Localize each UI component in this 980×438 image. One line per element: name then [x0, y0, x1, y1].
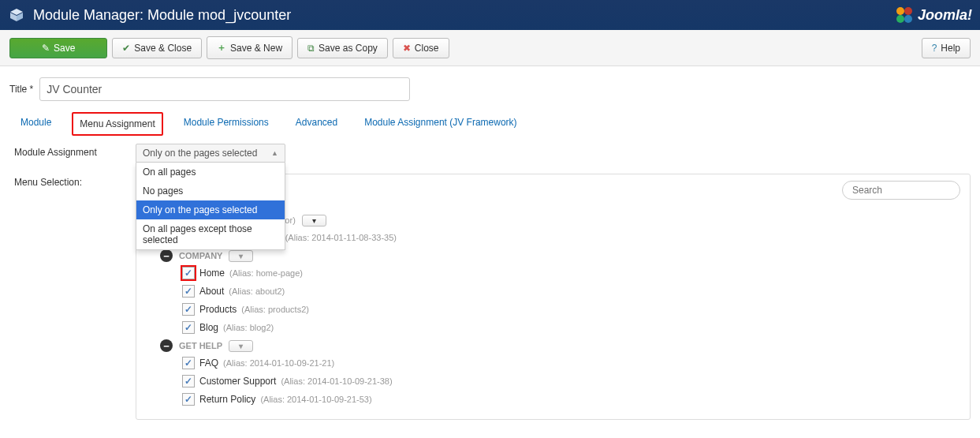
- group-dropdown-gethelp[interactable]: ▾: [229, 340, 253, 352]
- close-button[interactable]: ✖Close: [393, 38, 449, 58]
- tree-item: Module colors (Alias: 2014-01-11-08-33-3…: [204, 231, 962, 244]
- tree-group-company: − COMPANY ▾ Home (Alias: home-page): [160, 249, 962, 334]
- item-alias: (Alias: about2): [229, 286, 285, 296]
- check-icon: ✔: [122, 43, 130, 54]
- checkbox[interactable]: [182, 393, 195, 406]
- tree-group-color: − Color (Alias: color) ▾ Module colors: [181, 214, 962, 244]
- menu-selection-label: Menu Selection:: [9, 174, 136, 188]
- checkbox[interactable]: [182, 321, 195, 334]
- item-alias: (Alias: 2014-01-10-09-21-53): [260, 395, 371, 404]
- app-header: Module Manager: Module mod_jvcounter Joo…: [0, 0, 980, 30]
- item-label[interactable]: Customer Support: [199, 376, 276, 387]
- tabs: Module Menu Assignment Module Permission…: [9, 112, 971, 144]
- help-button[interactable]: ?Help: [922, 38, 971, 58]
- save-new-label: Save & New: [230, 43, 282, 54]
- group-dropdown-company[interactable]: ▾: [229, 250, 253, 262]
- tree-item: Return Policy (Alias: 2014-01-10-09-21-5…: [182, 393, 962, 406]
- toolbar: ✎Save ✔Save & Close ＋Save & New ⧉Save as…: [0, 30, 980, 66]
- module-icon: [8, 6, 25, 24]
- save-button[interactable]: ✎Save: [9, 38, 107, 58]
- joomla-logo-text: Joomla!: [918, 7, 972, 24]
- tree-item: About (Alias: about2): [182, 285, 962, 298]
- close-icon: ✖: [403, 43, 411, 54]
- svg-point-5: [896, 15, 904, 23]
- checkbox[interactable]: [182, 375, 195, 387]
- tree-item: FAQ (Alias: 2014-01-10-09-21-21): [182, 357, 962, 369]
- item-alias: (Alias: home-page): [229, 268, 303, 278]
- tree-group-gethelp: − GET HELP ▾ FAQ (Alias: 2014-01-10-09-2…: [160, 339, 962, 406]
- tree-item: Products (Alias: products2): [182, 303, 962, 316]
- help-label: Help: [941, 43, 960, 54]
- save-copy-button[interactable]: ⧉Save as Copy: [297, 38, 388, 58]
- svg-point-3: [896, 7, 904, 15]
- item-label[interactable]: Products: [199, 304, 237, 315]
- assignment-dropdown[interactable]: Only on the pages selected ▲ On all page…: [136, 144, 285, 163]
- title-row: Title *: [9, 77, 971, 101]
- help-icon: ?: [932, 43, 937, 54]
- tab-content: Module Assignment Only on the pages sele…: [9, 144, 971, 438]
- joomla-mark-icon: [894, 5, 915, 25]
- item-label[interactable]: About: [199, 286, 224, 297]
- plus-icon: ＋: [217, 41, 226, 54]
- assignment-dropdown-button[interactable]: Only on the pages selected ▲: [136, 144, 285, 163]
- assignment-dropdown-list: On all pages No pages Only on the pages …: [136, 163, 285, 250]
- checkbox[interactable]: [182, 357, 195, 369]
- group-label-company: COMPANY: [179, 251, 222, 260]
- assignment-dropdown-value: Only on the pages selected: [143, 148, 257, 159]
- close-label: Close: [415, 43, 439, 54]
- tab-menu-assignment[interactable]: Menu Assignment: [72, 112, 162, 136]
- assignment-option-all[interactable]: On all pages: [136, 163, 285, 182]
- save-copy-label: Save as Copy: [319, 43, 378, 54]
- title-label: Title *: [9, 84, 33, 95]
- save-close-button[interactable]: ✔Save & Close: [112, 38, 202, 58]
- checkbox[interactable]: [182, 267, 195, 279]
- assignment-option-none[interactable]: No pages: [136, 182, 285, 200]
- item-label[interactable]: Blog: [199, 322, 218, 333]
- item-alias: (Alias: products2): [241, 305, 309, 314]
- save-button-label: Save: [54, 43, 75, 54]
- collapse-icon[interactable]: −: [160, 249, 173, 262]
- tab-jv-framework[interactable]: Module Assignment (JV Framework): [358, 112, 523, 136]
- row-module-assignment: Module Assignment Only on the pages sele…: [9, 144, 971, 163]
- group-label-gethelp: GET HELP: [179, 341, 222, 350]
- svg-point-6: [904, 15, 912, 23]
- group-dropdown-color[interactable]: ▾: [302, 215, 326, 226]
- check-icon: ✎: [42, 43, 50, 54]
- tab-advanced[interactable]: Advanced: [289, 112, 344, 136]
- assignment-option-only[interactable]: Only on the pages selected: [136, 200, 285, 219]
- item-alias: (Alias: 2014-01-10-09-21-38): [281, 376, 392, 386]
- tab-module[interactable]: Module: [14, 112, 58, 136]
- collapse-icon[interactable]: −: [160, 339, 173, 352]
- search-input[interactable]: [842, 181, 960, 200]
- svg-point-4: [904, 7, 912, 15]
- save-new-button[interactable]: ＋Save & New: [207, 36, 293, 59]
- tree-item: Customer Support (Alias: 2014-01-10-09-2…: [182, 375, 962, 387]
- checkbox[interactable]: [182, 285, 195, 298]
- item-alias: (Alias: 2014-01-10-09-21-21): [223, 358, 334, 368]
- assignment-option-except[interactable]: On all pages except those selected: [136, 219, 285, 249]
- module-assignment-label: Module Assignment: [9, 144, 136, 158]
- item-label[interactable]: Home: [199, 268, 225, 279]
- chevron-up-icon: ▲: [271, 149, 278, 157]
- item-label[interactable]: FAQ: [199, 358, 218, 369]
- title-input[interactable]: [39, 77, 410, 101]
- item-label[interactable]: Return Policy: [199, 394, 255, 405]
- form-area: Title * Module Menu Assignment Module Pe…: [0, 66, 980, 438]
- checkbox[interactable]: [182, 303, 195, 316]
- page-title: Module Manager: Module mod_jvcounter: [33, 7, 291, 24]
- tab-module-permissions[interactable]: Module Permissions: [177, 112, 275, 136]
- item-alias: (Alias: 2014-01-11-08-33-35): [285, 233, 397, 242]
- tree-item: Blog (Alias: blog2): [182, 321, 962, 334]
- tree-item: Home (Alias: home-page): [182, 267, 962, 279]
- joomla-logo: Joomla!: [894, 5, 972, 25]
- copy-icon: ⧉: [307, 43, 315, 54]
- search-box: [842, 181, 960, 200]
- item-alias: (Alias: blog2): [223, 323, 274, 332]
- save-close-label: Save & Close: [134, 43, 192, 54]
